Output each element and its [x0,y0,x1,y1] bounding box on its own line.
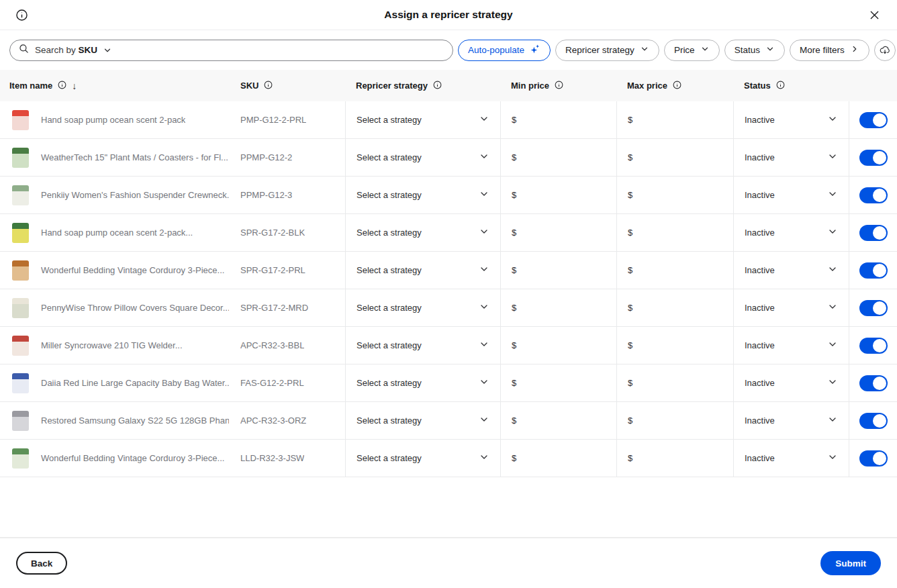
info-icon[interactable] [554,80,564,92]
status-select[interactable]: Inactive [745,113,849,127]
strategy-select-label: Select a strategy [357,228,422,238]
item-cell: WeatherTech 15" Plant Mats / Coasters - … [0,139,240,176]
status-toggle[interactable] [859,338,888,354]
strategy-select[interactable]: Select a strategy [357,377,500,390]
table-row: Penkiiy Women's Fashion Suspender Crewne… [0,177,897,214]
toggle-knob [873,113,886,127]
info-icon[interactable] [775,80,786,92]
status-select[interactable]: Inactive [745,264,849,277]
status-cell: Inactive [733,177,849,213]
status-toggle[interactable] [859,187,888,203]
chevron-down-icon [765,44,775,56]
info-icon[interactable] [672,80,682,92]
strategy-select[interactable]: Select a strategy [357,226,500,240]
strategy-select[interactable]: Select a strategy [357,301,500,315]
sku-cell: PPMP-G12-3 [240,177,345,213]
strategy-select[interactable]: Select a strategy [357,414,500,428]
strategy-select[interactable]: Select a strategy [357,452,500,465]
status-select[interactable]: Inactive [745,339,849,352]
info-icon[interactable] [13,7,30,23]
item-cell: Daiia Red Line Large Capacity Baby Bag W… [0,364,240,401]
status-select[interactable]: Inactive [745,377,849,390]
filter-price[interactable]: Price [664,40,720,61]
status-select-label: Inactive [745,190,775,200]
strategy-select[interactable]: Select a strategy [357,113,500,127]
status-select[interactable]: Inactive [745,226,849,240]
chevron-down-icon [827,339,838,352]
status-toggle[interactable] [859,262,888,279]
toggle-cell [849,440,897,477]
min-price-currency: $ [512,453,516,463]
status-toggle[interactable] [859,112,888,128]
search-field-selector[interactable]: SKU [79,45,98,55]
column-header-status[interactable]: Status [733,70,849,101]
sku-cell: PMP-G12-2-PRL [240,101,345,138]
sort-descending-icon[interactable]: ↓ [72,81,77,91]
item-name: Restored Samsung Galaxy S22 5G 128GB Pha… [41,415,229,426]
strategy-select[interactable]: Select a strategy [357,151,500,164]
info-icon[interactable] [432,80,442,92]
max-price-cell: $ [616,289,733,326]
item-name: Hand soap pump ocean scent 2-pack... [41,228,193,238]
status-cell: Inactive [733,402,849,439]
info-icon[interactable] [263,80,273,92]
status-select[interactable]: Inactive [745,301,849,315]
status-select[interactable]: Inactive [745,452,849,465]
column-header-sku[interactable]: SKU [240,70,345,101]
sku-cell: LLD-R32-3-JSW [240,440,345,477]
status-select[interactable]: Inactive [745,189,849,202]
column-header-min-price[interactable]: Min price [500,70,616,101]
chevron-down-icon[interactable] [103,46,112,55]
status-toggle[interactable] [859,413,888,429]
search-icon [18,43,30,57]
product-image [12,110,29,130]
min-price-cell: $ [500,402,616,439]
table-row: Wonderful Bedding Vintage Corduroy 3-Pie… [0,252,897,289]
status-select-label: Inactive [745,115,775,125]
filter-status[interactable]: Status [724,40,785,61]
status-toggle[interactable] [859,150,888,166]
info-icon[interactable] [57,80,67,92]
close-icon[interactable] [866,7,882,23]
status-cell: Inactive [733,289,849,326]
min-price-cell: $ [500,289,616,326]
strategy-select[interactable]: Select a strategy [357,339,500,352]
toggle-cell [849,252,897,289]
back-button[interactable]: Back [16,552,67,575]
chevron-down-icon [479,151,489,164]
status-select[interactable]: Inactive [745,414,849,428]
search-input[interactable]: Search by SKU [9,40,453,61]
filter-repricer-strategy[interactable]: Repricer strategy [555,40,659,61]
column-header-repricer-strategy[interactable]: Repricer strategy [345,70,500,101]
table-row: Hand soap pump ocean scent 2-pack... SPR… [0,214,897,252]
item-cell: Wonderful Bedding Vintage Corduroy 3-Pie… [0,440,240,477]
cloud-download-icon[interactable] [874,40,896,61]
status-select-label: Inactive [745,378,775,388]
chevron-down-icon [479,452,489,465]
status-select-label: Inactive [745,453,775,463]
strategy-select[interactable]: Select a strategy [357,189,500,202]
status-toggle[interactable] [859,300,888,316]
auto-populate-button[interactable]: Auto-populate [458,40,551,61]
item-sku: APC-R32-3-ORZ [240,415,306,426]
sparkles-icon [530,44,540,56]
chevron-down-icon [479,301,489,315]
more-filters-button[interactable]: More filters [790,40,869,61]
strategy-select-label: Select a strategy [357,303,422,313]
status-toggle[interactable] [859,225,888,241]
status-select[interactable]: Inactive [745,151,849,164]
item-sku: PPMP-G12-2 [240,152,292,162]
status-toggle[interactable] [859,375,888,391]
status-cell: Inactive [733,139,849,176]
column-header-max-price[interactable]: Max price [616,70,733,101]
min-price-cell: $ [500,139,616,176]
item-cell: Restored Samsung Galaxy S22 5G 128GB Pha… [0,402,240,439]
strategy-select-label: Select a strategy [357,378,422,388]
status-toggle[interactable] [859,450,888,467]
submit-button[interactable]: Submit [820,551,881,575]
chevron-down-icon [827,301,838,315]
strategy-select[interactable]: Select a strategy [357,264,500,277]
strategy-select-label: Select a strategy [357,265,422,275]
column-header-item-name[interactable]: Item name ↓ [0,70,240,101]
chevron-down-icon [479,226,489,240]
